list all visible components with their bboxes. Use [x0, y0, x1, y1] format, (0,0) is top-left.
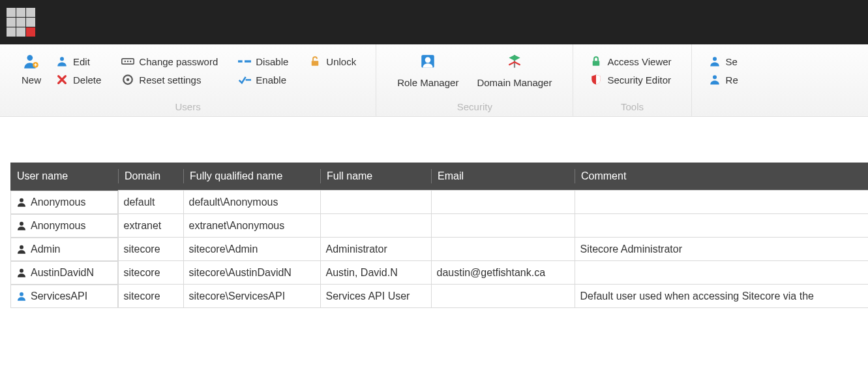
cutoff-button-1[interactable]: Se	[708, 52, 746, 70]
role-manager-button[interactable]: Role Manager	[388, 50, 468, 99]
access-viewer-button[interactable]: Access Viewer	[589, 52, 679, 70]
cell-full-name	[320, 191, 431, 214]
domain-manager-button[interactable]: Domain Manager	[468, 50, 561, 99]
disable-icon	[237, 55, 252, 67]
svg-point-4	[125, 61, 127, 63]
svg-rect-11	[246, 79, 251, 81]
cell-full-name: Administrator	[320, 238, 431, 261]
svg-rect-9	[238, 60, 243, 62]
cell-comment	[575, 261, 868, 285]
enable-label: Enable	[256, 74, 286, 86]
svg-point-0	[27, 55, 33, 61]
table-row[interactable]: Adminsitecoresitecore\AdminAdministrator…	[10, 238, 868, 261]
top-bar	[0, 0, 868, 44]
user-table: User name Domain Fully qualified name Fu…	[10, 163, 868, 308]
svg-point-6	[130, 61, 132, 63]
svg-point-17	[713, 75, 717, 79]
cell-full-name: Services API User	[320, 285, 431, 308]
user-add-icon	[22, 52, 40, 70]
user-icon	[55, 55, 69, 67]
delete-label: Delete	[73, 74, 101, 86]
new-button[interactable]: New	[12, 50, 51, 99]
cell-email	[431, 214, 575, 238]
svg-point-14	[425, 57, 431, 63]
cell-full-name: Austin, David.N	[320, 261, 431, 285]
reset-settings-label: Reset settings	[139, 74, 201, 86]
cell-comment: Sitecore Administrator	[575, 238, 868, 261]
svg-point-8	[127, 78, 130, 82]
svg-point-18	[20, 198, 23, 202]
svg-point-5	[127, 61, 129, 63]
unlock-icon	[308, 55, 322, 67]
delete-button[interactable]: Delete	[55, 70, 109, 89]
table-row[interactable]: ServicesAPIsitecoresitecore\ServicesAPIS…	[10, 285, 868, 308]
cell-domain: sitecore	[118, 285, 183, 308]
th-fqn[interactable]: Fully qualified name	[183, 163, 320, 191]
edit-button[interactable]: Edit	[55, 52, 109, 70]
role-manager-label: Role Manager	[397, 77, 458, 88]
change-password-button[interactable]: Change password	[121, 52, 226, 70]
th-email[interactable]: Email	[431, 163, 575, 191]
cell-email	[431, 238, 575, 261]
user-blue-icon	[708, 74, 722, 86]
delete-icon	[55, 74, 69, 86]
cell-domain: default	[118, 191, 183, 214]
cell-email	[431, 191, 575, 214]
group-label-users: Users	[12, 99, 364, 116]
cell-fqn: default\Anonymous	[183, 191, 320, 214]
user-table-wrap: User name Domain Fully qualified name Fu…	[10, 163, 868, 308]
enable-button[interactable]: Enable	[237, 70, 296, 89]
th-domain[interactable]: Domain	[118, 163, 183, 191]
security-editor-button[interactable]: Security Editor	[589, 70, 679, 89]
sitecore-logo-icon[interactable]	[7, 8, 35, 37]
unlock-button[interactable]: Unlock	[308, 52, 364, 70]
ribbon-group-users: New Edit Delete Change password	[0, 44, 376, 116]
cutoff-label-1: Se	[726, 56, 738, 67]
cell-fqn: sitecore\AustinDavidN	[183, 261, 320, 285]
svg-point-2	[60, 57, 64, 61]
cell-user-name: ServicesAPI	[10, 285, 118, 308]
th-comment[interactable]: Comment	[575, 163, 868, 191]
svg-point-19	[20, 221, 23, 225]
new-label: New	[22, 74, 41, 86]
cell-email: daustin@getfishtank.ca	[431, 261, 575, 285]
cell-comment: Default user used when accessing Sitecor…	[575, 285, 868, 308]
svg-rect-12	[312, 61, 319, 66]
table-row[interactable]: Anonymousdefaultdefault\Anonymous	[10, 191, 868, 214]
cell-comment	[575, 191, 868, 214]
cutoff-label-2: Re	[726, 74, 738, 86]
table-row[interactable]: AustinDavidNsitecoresitecore\AustinDavid…	[10, 261, 868, 285]
gear-icon	[121, 74, 135, 86]
svg-rect-10	[245, 60, 251, 62]
cell-fqn: sitecore\Admin	[183, 238, 320, 261]
lock-green-icon	[589, 55, 603, 67]
cell-email	[431, 285, 575, 308]
ribbon-group-cutoff: Se Re	[692, 44, 758, 116]
edit-label: Edit	[73, 56, 90, 67]
svg-point-22	[20, 292, 23, 296]
cell-domain: extranet	[118, 214, 183, 238]
password-icon	[121, 55, 135, 67]
cell-full-name	[320, 214, 431, 238]
change-password-label: Change password	[139, 56, 218, 67]
table-header-row: User name Domain Fully qualified name Fu…	[10, 163, 868, 191]
cutoff-button-2[interactable]: Re	[708, 70, 746, 89]
reset-settings-button[interactable]: Reset settings	[121, 70, 226, 89]
user-blue-icon	[708, 55, 722, 67]
svg-point-20	[20, 245, 23, 249]
th-user-name[interactable]: User name	[10, 163, 118, 191]
enable-icon	[237, 74, 252, 86]
domain-manager-label: Domain Manager	[477, 77, 552, 88]
table-row[interactable]: Anonymousextranetextranet\Anonymous	[10, 214, 868, 238]
th-full-name[interactable]: Full name	[320, 163, 431, 191]
cell-user-name: AustinDavidN	[10, 261, 118, 285]
svg-point-16	[713, 57, 717, 61]
role-manager-icon	[419, 52, 437, 70]
cell-domain: sitecore	[118, 238, 183, 261]
disable-button[interactable]: Disable	[237, 52, 296, 70]
domain-manager-icon	[505, 52, 524, 70]
cell-fqn: sitecore\ServicesAPI	[183, 285, 320, 308]
ribbon-group-tools: Access Viewer Security Editor Tools	[573, 44, 691, 116]
cell-fqn: extranet\Anonymous	[183, 214, 320, 238]
ribbon-group-security: Role Manager Domain Manager Security	[376, 44, 573, 116]
